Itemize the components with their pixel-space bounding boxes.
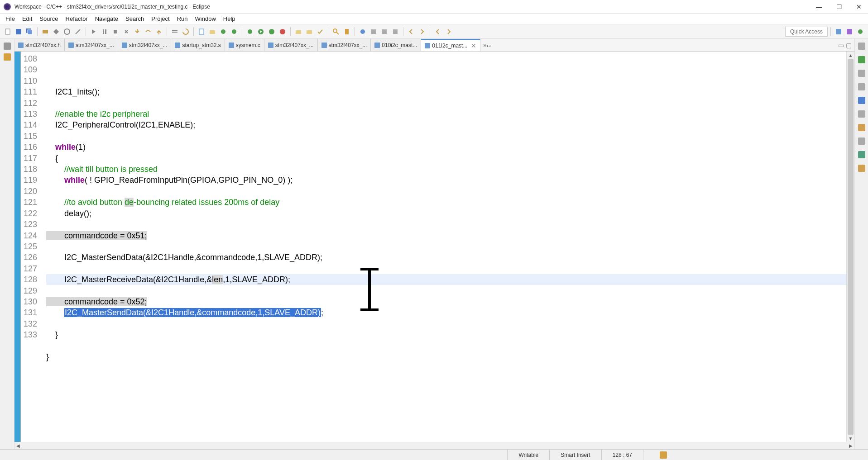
wand-icon[interactable] xyxy=(73,27,83,37)
svg-rect-8 xyxy=(114,30,117,33)
scroll-down-icon[interactable]: ▼ xyxy=(847,435,854,442)
svg-rect-7 xyxy=(105,29,106,34)
new-c-icon[interactable] xyxy=(197,27,206,37)
back-icon[interactable] xyxy=(433,27,443,37)
build-all-icon[interactable] xyxy=(51,27,61,37)
open-folder-icon[interactable] xyxy=(304,27,314,37)
step-over-icon[interactable] xyxy=(143,27,153,37)
tasks-icon[interactable] xyxy=(858,110,865,118)
menu-window[interactable]: Window xyxy=(192,14,220,23)
target-icon[interactable] xyxy=(62,27,72,37)
stop-icon[interactable] xyxy=(110,27,120,37)
tab-stm32f407xx-2[interactable]: stm32f407xx_... xyxy=(118,39,172,51)
tab-overflow[interactable]: »₁₃ xyxy=(480,39,494,51)
tab-010i2c-mast[interactable]: 010i2c_mast... xyxy=(371,39,421,51)
svg-rect-28 xyxy=(847,29,852,34)
code-editor[interactable]: 1081091101111121131141151161171181191201… xyxy=(14,52,854,442)
restore-left-icon[interactable] xyxy=(4,43,11,50)
scroll-up-icon[interactable]: ▲ xyxy=(847,52,854,59)
pin-view-icon[interactable] xyxy=(858,165,865,172)
new-icon[interactable] xyxy=(3,27,13,37)
svg-point-15 xyxy=(248,29,252,34)
search-icon[interactable] xyxy=(331,27,341,37)
tab-sysmem-c[interactable]: sysmem.c xyxy=(225,39,264,51)
memory-icon[interactable] xyxy=(858,151,865,158)
menu-refactor[interactable]: Refactor xyxy=(62,14,91,23)
menu-project[interactable]: Project xyxy=(148,14,173,23)
horizontal-scrollbar[interactable]: ◀ ▶ xyxy=(14,442,854,449)
scroll-left-icon[interactable]: ◀ xyxy=(14,442,22,449)
maximize-button[interactable]: ☐ xyxy=(834,1,844,12)
save-icon[interactable] xyxy=(14,27,24,37)
new-source-icon[interactable] xyxy=(229,27,239,37)
run-icon[interactable] xyxy=(256,27,266,37)
status-build-icon[interactable] xyxy=(643,450,678,460)
prev-annotation-icon[interactable] xyxy=(406,27,416,37)
scroll-right-icon[interactable]: ▶ xyxy=(847,442,854,449)
resume-icon[interactable] xyxy=(89,27,99,37)
quick-access[interactable]: Quick Access xyxy=(785,27,828,37)
tab-label: stm32f407xx_... xyxy=(129,42,168,48)
profile-icon[interactable] xyxy=(278,27,288,37)
tab-stm32f407xx-3[interactable]: stm32f407xx_... xyxy=(264,39,318,51)
debug-icon[interactable] xyxy=(245,27,255,37)
problems-icon[interactable] xyxy=(858,97,865,104)
tab-stm32f407xx-h[interactable]: stm32f407xx.h xyxy=(14,39,65,51)
menu-navigate[interactable]: Navigate xyxy=(91,14,122,23)
tab-startup-stm32[interactable]: startup_stm32.s xyxy=(171,39,225,51)
menu-edit[interactable]: Edit xyxy=(19,14,36,23)
restart-icon[interactable] xyxy=(181,27,191,37)
tab-label: 011i2c_mast... xyxy=(432,43,467,49)
svg-rect-24 xyxy=(371,29,376,34)
mark-icon[interactable] xyxy=(342,27,352,37)
task-list-icon[interactable] xyxy=(858,70,865,77)
build-icon[interactable] xyxy=(40,27,50,37)
tab-stm32f407xx-4[interactable]: stm32f407xx_... xyxy=(318,39,371,51)
build-targets-icon[interactable] xyxy=(858,83,865,90)
outline-icon[interactable] xyxy=(858,56,865,63)
close-button[interactable]: ✕ xyxy=(854,1,864,12)
vertical-scrollbar[interactable]: ▲ ▼ xyxy=(846,52,854,442)
close-tab-icon[interactable]: ✕ xyxy=(471,42,476,49)
new-folder-icon[interactable] xyxy=(207,27,217,37)
save-all-icon[interactable] xyxy=(24,27,34,37)
project-explorer-icon[interactable] xyxy=(4,53,11,61)
pin2-icon[interactable] xyxy=(390,27,400,37)
maximize-editor-icon[interactable]: ▢ xyxy=(846,42,852,49)
step-return-icon[interactable] xyxy=(154,27,164,37)
instr-step-icon[interactable] xyxy=(170,27,180,37)
run-last-icon[interactable] xyxy=(267,27,277,37)
forward-icon[interactable] xyxy=(444,27,454,37)
open-task-icon[interactable] xyxy=(315,27,325,37)
menu-help[interactable]: Help xyxy=(220,14,239,23)
disconnect-icon[interactable] xyxy=(121,27,131,37)
next-annotation-icon[interactable] xyxy=(417,27,427,37)
folding-margin[interactable] xyxy=(14,52,21,442)
toggle-bp-icon[interactable] xyxy=(358,27,368,37)
tab-label: stm32f407xx_... xyxy=(275,42,314,48)
perspective-other-icon[interactable] xyxy=(855,27,865,37)
tab-stm32f407xx-1[interactable]: stm32f407xx_... xyxy=(65,39,118,51)
svg-point-29 xyxy=(858,29,863,34)
perspective-c-icon[interactable] xyxy=(834,27,844,37)
menu-file[interactable]: File xyxy=(2,14,19,23)
tab-011i2c-mast[interactable]: 011i2c_mast...✕ xyxy=(421,39,480,51)
code-content[interactable]: I2C1_Inits(); //enable the i2c periphera… xyxy=(46,52,846,442)
minimize-button[interactable]: — xyxy=(814,1,825,12)
new-class-icon[interactable] xyxy=(218,27,228,37)
menubar: File Edit Source Refactor Navigate Searc… xyxy=(0,14,868,24)
console-icon[interactable] xyxy=(858,124,865,131)
perspective-debug-icon[interactable] xyxy=(844,27,854,37)
skip-bp-icon[interactable] xyxy=(369,27,379,37)
minimize-editor-icon[interactable]: ▭ xyxy=(838,42,844,49)
properties-icon[interactable] xyxy=(858,138,865,145)
pause-icon[interactable] xyxy=(100,27,110,37)
menu-source[interactable]: Source xyxy=(36,14,62,23)
open-project-icon[interactable] xyxy=(293,27,303,37)
scroll-thumb[interactable] xyxy=(848,59,854,435)
step-into-icon[interactable] xyxy=(132,27,142,37)
menu-run[interactable]: Run xyxy=(173,14,192,23)
menu-search[interactable]: Search xyxy=(122,14,148,23)
pin-icon[interactable] xyxy=(379,27,389,37)
restore-right-icon[interactable] xyxy=(858,43,865,50)
